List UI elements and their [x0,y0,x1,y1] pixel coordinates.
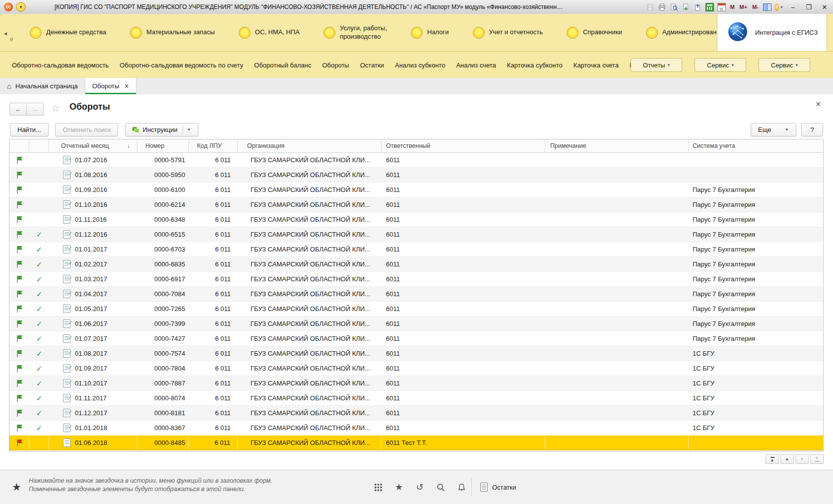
submenu-item[interactable]: Карточка субконто [507,62,563,69]
save-file-icon[interactable] [693,2,702,11]
go-first-button[interactable]: ▲ [766,454,779,464]
submenu-item[interactable]: Карточка счета [574,62,619,69]
table-row[interactable]: 01.09.20160000-61006 011ГБУЗ САМАРСКИЙ О… [9,183,823,197]
save-icon[interactable] [645,2,654,11]
maximize-button[interactable]: ❐ [802,1,815,12]
submenu-item[interactable]: Анализ счета [456,62,496,69]
submenu-item[interactable]: Обороты [322,62,349,69]
check-cell: ✓ [29,257,49,271]
tab-close-icon[interactable]: ✕ [124,83,129,90]
column-system[interactable]: Система учета [689,139,823,152]
table-row[interactable]: ✓01.02.20170000-68356 011ГБУЗ САМАРСКИЙ … [9,257,823,272]
table-row[interactable]: ✓01.01.20170000-67036 011ГБУЗ САМАРСКИЙ … [9,242,823,257]
ribbon-section[interactable]: Учет и отчетность [473,27,543,39]
load-file-icon[interactable] [681,2,690,11]
number-cell: 0000-6348 [137,212,189,227]
note-cell [545,212,689,227]
favorites-icon[interactable]: ★ [394,482,404,492]
calculator-icon[interactable] [705,2,714,11]
table-row[interactable]: ✓01.07.20170000-74276 011ГБУЗ САМАРСКИЙ … [9,331,823,346]
info-icon[interactable]: i▼ [774,2,783,11]
column-flag[interactable] [9,139,29,152]
back-button[interactable]: ← [9,103,27,116]
tab-oboroty[interactable]: Обороты ✕ [85,78,136,94]
table-row[interactable]: ✓01.12.20170000-81816 011ГБУЗ САМАРСКИЙ … [9,406,823,421]
table-row[interactable]: ✓01.04.20170000-70846 011ГБУЗ САМАРСКИЙ … [9,287,823,302]
check-icon: ✓ [36,376,43,390]
memory-minus-button[interactable]: M- [751,2,760,11]
recent-shortcut-ostatki[interactable]: Остатки [480,470,516,504]
submenu-item[interactable]: Оборотно-сальдовая ведомость [12,62,109,69]
close-window-button[interactable]: ✕ [818,1,831,12]
page-down-button[interactable]: ▼ [795,454,809,464]
table-row[interactable]: 01.10.20160000-62146 011ГБУЗ САМАРСКИЙ О… [9,197,823,212]
column-org[interactable]: Организация [238,139,382,152]
column-lpu[interactable]: Код ЛПУ [189,139,238,152]
search-icon[interactable] [436,482,446,492]
find-button[interactable]: Найти... [10,123,49,136]
table-row[interactable]: ✓01.01.20180000-83676 011ГБУЗ САМАРСКИЙ … [9,421,823,436]
minimize-button[interactable]: – [786,1,799,12]
table-row[interactable]: ✓01.12.20160000-65156 011ГБУЗ САМАРСКИЙ … [9,227,823,242]
table-row[interactable]: 01.06.20180000-84856 011ГБУЗ САМАРСКИЙ О… [9,436,823,450]
table-row[interactable]: ✓01.05.20170000-72656 011ГБУЗ САМАРСКИЙ … [9,302,823,316]
table-row[interactable]: ✓01.10.20170000-78876 011ГБУЗ САМАРСКИЙ … [9,376,823,391]
more-button[interactable]: Еще▼ [751,123,796,136]
table-row[interactable]: ✓01.08.20170000-75746 011ГБУЗ САМАРСКИЙ … [9,346,823,361]
note-cell [545,376,689,390]
form-close-icon[interactable]: ✕ [815,100,821,108]
ribbon-section[interactable]: Услуги, работы, производство [323,24,387,41]
main-menu-button[interactable]: ▼ [16,2,26,12]
ribbon-section-label: Налоги [427,28,449,36]
table-row[interactable]: ✓01.11.20170000-80746 011ГБУЗ САМАРСКИЙ … [9,391,823,406]
forward-button[interactable]: → [27,103,44,116]
tab-home[interactable]: ⌂ Начальная страница [0,78,85,94]
submenu-item[interactable]: Остатки [360,62,384,69]
notifications-bell-icon[interactable] [456,482,466,492]
ribbon-section[interactable]: Справочники [567,27,622,39]
submenu-item[interactable]: Анализ субконто [395,62,445,69]
ribbon-section[interactable]: Администрирование [646,27,724,39]
favorite-star-icon[interactable]: ☆ [51,102,60,114]
ribbon-section[interactable]: Денежные средства [30,27,106,39]
number-cell: 0000-6917 [137,272,189,286]
submenu-dropdown-button[interactable]: Сервис [759,58,810,72]
ribbon-section[interactable]: ОС, НМА, НПА [239,27,300,39]
ribbon-section-egisz-active[interactable]: Интеграция с ЕГИСЗ [717,14,827,51]
memory-button[interactable]: M [729,2,735,11]
table-row[interactable]: ✓01.09.20170000-78046 011ГБУЗ САМАРСКИЙ … [9,361,823,376]
submenu-item[interactable]: Оборотно-сальдовая ведомость по счету [120,62,243,69]
submenu-item[interactable]: Оборотный баланс [254,62,311,69]
column-number[interactable]: Номер [137,139,189,152]
memory-plus-button[interactable]: M+ [739,2,749,11]
table-row[interactable]: ✓01.03.20170000-69176 011ГБУЗ САМАРСКИЙ … [9,272,823,287]
coin-icon [411,27,423,39]
print-preview-icon[interactable] [669,2,678,11]
submenu-dropdown-button[interactable]: Отчеты [631,58,682,72]
1c-logo-icon: 1С [4,2,13,11]
ribbon-section[interactable]: Материальные запасы [130,27,215,39]
print-icon[interactable] [657,2,666,11]
calendar-icon[interactable]: 31 [717,2,726,11]
go-last-button[interactable]: ▼ [810,454,824,464]
functions-menu-icon[interactable] [373,482,383,492]
note-cell [545,183,689,197]
table-row[interactable]: 01.11.20160000-63486 011ГБУЗ САМАРСКИЙ О… [9,212,823,227]
instructions-button[interactable]: Инструкции ▼ [125,123,198,136]
ribbon-section[interactable]: Налоги [411,27,449,39]
column-month[interactable]: Отчетный месяц ↓ [49,139,137,152]
split-window-icon[interactable] [763,2,771,11]
table-row[interactable]: 01.08.20160000-59506 011ГБУЗ САМАРСКИЙ О… [9,168,823,183]
document-icon [63,305,70,313]
cancel-search-button[interactable]: Отменить поиск [55,123,118,136]
column-resp[interactable]: Ответственный [382,139,545,152]
submenu-dropdown-button[interactable]: Сервис [695,58,746,72]
table-row[interactable]: 01.07.20160000-57916 011ГБУЗ САМАРСКИЙ О… [9,153,823,168]
history-icon[interactable]: ↺ [415,482,425,492]
table-row[interactable]: ✓01.06.20170000-73996 011ГБУЗ САМАРСКИЙ … [9,316,823,331]
column-check[interactable] [29,139,49,152]
page-up-button[interactable]: ▲ [780,454,794,464]
column-note[interactable]: Примечание [545,139,689,152]
ribbon-collapse-icon[interactable]: ◄ [3,31,8,36]
help-button[interactable]: ? [801,123,823,136]
